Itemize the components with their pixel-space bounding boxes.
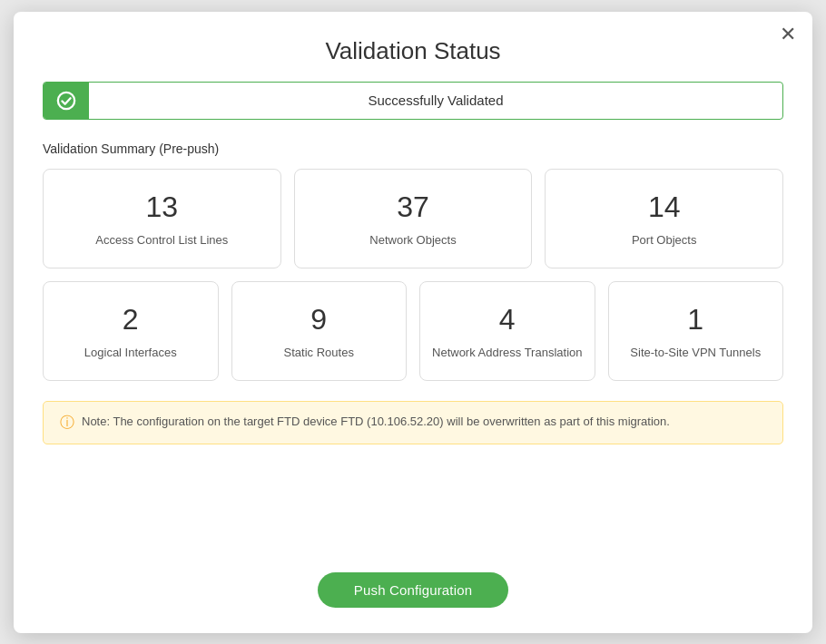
close-button[interactable]: ✕: [780, 24, 796, 44]
card-vpn-number: 1: [687, 303, 703, 337]
status-text: Successfully Validated: [89, 93, 782, 108]
push-configuration-button[interactable]: Push Configuration: [318, 572, 508, 608]
card-nat-label: Network Address Translation: [432, 346, 582, 359]
svg-point-0: [58, 92, 74, 108]
card-acl: 13 Access Control List Lines: [43, 169, 281, 268]
card-nat-number: 4: [499, 303, 516, 337]
card-acl-number: 13: [146, 190, 179, 224]
card-nat: 4 Network Address Translation: [419, 281, 595, 381]
card-static-routes-label: Static Routes: [284, 346, 354, 359]
card-network-objects: 37 Network Objects: [294, 169, 533, 268]
status-icon-box: [44, 83, 89, 119]
modal-title: Validation Status: [43, 12, 783, 82]
info-icon: ⓘ: [60, 414, 74, 433]
card-logical-interfaces: 2 Logical Interfaces: [43, 281, 219, 381]
card-logical-interfaces-number: 2: [123, 303, 139, 337]
card-logical-interfaces-label: Logical Interfaces: [84, 346, 177, 359]
card-network-objects-number: 37: [397, 190, 429, 224]
card-acl-label: Access Control List Lines: [95, 233, 228, 247]
footer: Push Configuration: [43, 572, 783, 608]
card-network-objects-label: Network Objects: [369, 233, 456, 247]
notice-text: Note: The configuration on the target FT…: [82, 413, 670, 431]
notice-bar: ⓘ Note: The configuration on the target …: [43, 401, 783, 444]
card-port-objects: 14 Port Objects: [545, 169, 783, 268]
card-port-objects-label: Port Objects: [632, 233, 697, 247]
status-bar: Successfully Validated: [43, 82, 783, 120]
card-static-routes: 9 Static Routes: [231, 281, 408, 381]
cards-row-2: 2 Logical Interfaces 9 Static Routes 4 N…: [43, 281, 783, 381]
check-circle-icon: [56, 91, 76, 111]
validation-status-modal: ✕ Validation Status Successfully Validat…: [14, 12, 812, 633]
card-vpn-label: Site-to-Site VPN Tunnels: [630, 346, 761, 359]
card-vpn: 1 Site-to-Site VPN Tunnels: [608, 281, 784, 381]
section-label: Validation Summary (Pre-push): [43, 141, 783, 156]
card-static-routes-number: 9: [310, 303, 327, 337]
card-port-objects-number: 14: [648, 190, 681, 224]
cards-row-1: 13 Access Control List Lines 37 Network …: [43, 169, 783, 268]
